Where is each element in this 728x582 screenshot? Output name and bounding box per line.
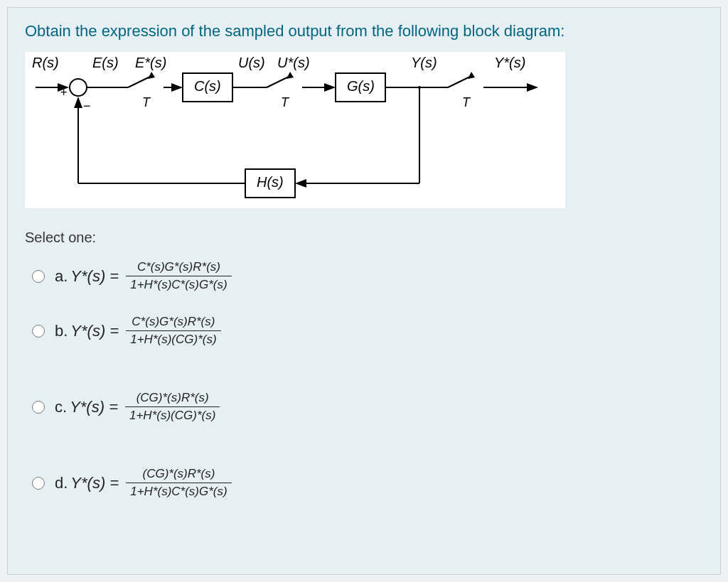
signal-Y: Y(s) bbox=[411, 55, 437, 70]
signal-Ystar: Y*(s) bbox=[494, 55, 525, 70]
question-prompt: Obtain the expression of the sampled out… bbox=[25, 22, 703, 41]
select-one-label: Select one: bbox=[25, 230, 703, 246]
option-d[interactable]: d. Y*(s) = (CG)*(s)R*(s) 1+H*(s)C*(s)G*(… bbox=[32, 465, 703, 500]
sampler-2-T: T bbox=[281, 95, 290, 109]
signal-R: R(s) bbox=[32, 55, 59, 70]
option-a-radio[interactable] bbox=[32, 270, 45, 283]
sampler-3-T: T bbox=[462, 95, 471, 109]
option-c-radio[interactable] bbox=[32, 401, 45, 414]
option-b-fraction: C*(s)G*(s)R*(s) 1+H*(s)(CG)*(s) bbox=[126, 313, 220, 348]
svg-marker-12 bbox=[468, 72, 475, 79]
signal-Ustar: U*(s) bbox=[277, 55, 310, 70]
summer-minus: − bbox=[83, 99, 91, 113]
option-b[interactable]: b. Y*(s) = C*(s)G*(s)R*(s) 1+H*(s)(CG)*(… bbox=[32, 313, 703, 348]
option-c-fraction: (CG)*(s)R*(s) 1+H*(s)(CG)*(s) bbox=[125, 389, 220, 424]
block-diagram-svg: R(s) + − E(s) T E*(s) C(s) U(s) T bbox=[25, 52, 565, 208]
question-container: Obtain the expression of the sampled out… bbox=[7, 7, 721, 575]
option-a-label: a. Y*(s) = C*(s)G*(s)R*(s) 1+H*(s)C*(s)G… bbox=[55, 259, 232, 293]
signal-E: E(s) bbox=[92, 55, 119, 70]
options-group: a. Y*(s) = C*(s)G*(s)R*(s) 1+H*(s)C*(s)G… bbox=[32, 259, 703, 500]
signal-U: U(s) bbox=[238, 55, 265, 70]
option-c[interactable]: c. Y*(s) = (CG)*(s)R*(s) 1+H*(s)(CG)*(s) bbox=[32, 389, 703, 424]
signal-Estar: E*(s) bbox=[135, 55, 166, 70]
option-b-label: b. Y*(s) = C*(s)G*(s)R*(s) 1+H*(s)(CG)*(… bbox=[55, 313, 221, 348]
option-c-label: c. Y*(s) = (CG)*(s)R*(s) 1+H*(s)(CG)*(s) bbox=[55, 389, 220, 424]
summer bbox=[70, 79, 87, 96]
block-G-label: G(s) bbox=[347, 78, 375, 94]
option-d-fraction: (CG)*(s)R*(s) 1+H*(s)C*(s)G*(s) bbox=[126, 465, 231, 500]
summer-plus: + bbox=[60, 86, 67, 98]
sampler-1-T: T bbox=[142, 95, 151, 109]
svg-marker-4 bbox=[148, 72, 155, 79]
block-C-label: C(s) bbox=[194, 78, 221, 94]
option-d-label: d. Y*(s) = (CG)*(s)R*(s) 1+H*(s)C*(s)G*(… bbox=[55, 465, 232, 500]
svg-marker-8 bbox=[287, 72, 294, 79]
option-a[interactable]: a. Y*(s) = C*(s)G*(s)R*(s) 1+H*(s)C*(s)G… bbox=[32, 259, 703, 293]
block-diagram: R(s) + − E(s) T E*(s) C(s) U(s) T bbox=[25, 52, 565, 208]
option-a-fraction: C*(s)G*(s)R*(s) 1+H*(s)C*(s)G*(s) bbox=[126, 259, 231, 293]
option-b-radio[interactable] bbox=[32, 325, 45, 338]
block-H-label: H(s) bbox=[257, 174, 284, 190]
option-d-radio[interactable] bbox=[32, 477, 45, 490]
